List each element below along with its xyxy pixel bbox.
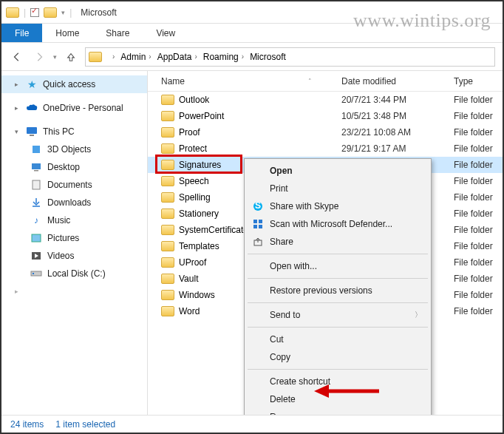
file-name: Protect xyxy=(179,143,207,154)
sidebar-item-3d-objects[interactable]: 3D Objects xyxy=(1,140,147,158)
context-menu: Open Print SShare with Skype Scan with M… xyxy=(244,158,432,434)
context-separator xyxy=(248,369,428,370)
sidebar-item-network[interactable]: ▸ xyxy=(1,282,147,300)
drive-icon xyxy=(30,268,43,279)
sidebar-onedrive[interactable]: ▸ OneDrive - Personal xyxy=(1,99,147,117)
path-box[interactable]: › Admin› AppData› Roaming› Microsoft xyxy=(85,47,495,67)
column-type[interactable]: Type xyxy=(454,76,503,87)
sidebar-quick-access[interactable]: ▸ ★ Quick access xyxy=(1,75,147,93)
svg-rect-5 xyxy=(33,180,40,189)
sidebar-item-label: This PC xyxy=(43,126,75,137)
breadcrumb[interactable]: Microsoft xyxy=(247,52,289,62)
svg-rect-4 xyxy=(34,170,38,172)
file-type: File folder xyxy=(454,208,503,219)
chevron-right-icon: › xyxy=(112,52,115,61)
sidebar-item-documents[interactable]: Documents xyxy=(1,176,147,194)
home-tab[interactable]: Home xyxy=(42,24,92,42)
file-tab[interactable]: File xyxy=(1,24,42,42)
folder-icon xyxy=(161,176,174,186)
file-row[interactable]: Outlook20/7/21 3:44 PMFile folder xyxy=(148,92,503,108)
folder-icon xyxy=(161,95,174,105)
star-icon: ★ xyxy=(25,78,38,90)
column-date[interactable]: Date modified xyxy=(341,76,454,87)
file-type: File folder xyxy=(454,241,503,251)
context-print[interactable]: Print xyxy=(246,180,429,197)
onedrive-icon xyxy=(25,102,38,114)
window-title: Microsoft xyxy=(81,7,117,18)
status-selection-count[interactable]: 1 item selected xyxy=(55,419,115,430)
file-name: Stationery xyxy=(179,208,219,219)
up-button[interactable] xyxy=(63,49,79,65)
folder-icon xyxy=(161,127,174,138)
file-name: Windows xyxy=(179,290,215,300)
breadcrumb[interactable]: AppData› xyxy=(154,52,200,62)
status-item-count[interactable]: 24 items xyxy=(10,419,44,430)
context-share[interactable]: Share xyxy=(246,233,429,251)
svg-rect-15 xyxy=(253,225,257,228)
svg-rect-16 xyxy=(259,225,262,228)
breadcrumb[interactable]: Roaming› xyxy=(200,52,247,62)
context-restore[interactable]: Restore previous versions xyxy=(246,282,429,299)
checkbox-icon[interactable] xyxy=(30,8,39,17)
folder-icon xyxy=(161,160,174,170)
file-name: Signatures xyxy=(179,160,221,170)
sidebar-item-downloads[interactable]: Downloads xyxy=(1,194,147,211)
file-type: File folder xyxy=(454,143,503,154)
folder-icon xyxy=(161,192,174,203)
breadcrumb[interactable]: Admin› xyxy=(118,52,154,62)
sidebar-item-label: 3D Objects xyxy=(47,144,91,155)
column-headers: Name ˄ Date modified Type xyxy=(148,71,503,92)
navigation-pane: ▸ ★ Quick access ▸ OneDrive - Personal ▾… xyxy=(1,71,148,415)
back-button[interactable] xyxy=(9,49,25,65)
file-name: Proof xyxy=(179,127,200,138)
context-share-skype[interactable]: SShare with Skype xyxy=(246,197,429,215)
context-delete[interactable]: Delete xyxy=(246,390,429,408)
sidebar-item-label: Quick access xyxy=(43,79,95,89)
file-row[interactable]: Proof23/2/21 10:08 AMFile folder xyxy=(148,124,503,140)
file-name: Word xyxy=(179,306,200,316)
context-send-to[interactable]: Send to〉 xyxy=(246,306,429,324)
sidebar-item-videos[interactable]: Videos xyxy=(1,247,147,265)
sidebar-item-desktop[interactable]: Desktop xyxy=(1,158,147,176)
file-row[interactable]: Protect29/1/21 9:17 AMFile folder xyxy=(148,140,503,157)
svg-rect-3 xyxy=(32,163,41,169)
file-type: File folder xyxy=(454,127,503,138)
context-cut[interactable]: Cut xyxy=(246,330,429,348)
file-row[interactable]: PowerPoint10/5/21 3:48 PMFile folder xyxy=(148,108,503,124)
qat-separator: | xyxy=(24,7,26,18)
file-date: 20/7/21 3:44 PM xyxy=(341,95,454,105)
breadcrumb-sep[interactable]: › xyxy=(106,52,118,61)
file-type: File folder xyxy=(454,111,503,121)
recent-dropdown-icon[interactable]: ▾ xyxy=(53,53,57,61)
context-copy[interactable]: Copy xyxy=(246,348,429,366)
file-name: SystemCertificates xyxy=(179,225,253,235)
sidebar-item-local-disk[interactable]: Local Disk (C:) xyxy=(1,265,147,282)
context-defender[interactable]: Scan with Microsoft Defender... xyxy=(246,215,429,233)
column-name[interactable]: Name ˄ xyxy=(148,76,341,87)
folder-icon xyxy=(6,7,19,18)
folder-icon xyxy=(44,7,57,18)
sidebar-item-pictures[interactable]: Pictures xyxy=(1,229,147,247)
defender-icon xyxy=(252,218,264,230)
sidebar-this-pc[interactable]: ▾ This PC xyxy=(1,123,147,140)
context-open[interactable]: Open xyxy=(246,162,429,180)
view-tab[interactable]: View xyxy=(143,24,188,42)
sidebar-item-music[interactable]: ♪Music xyxy=(1,211,147,229)
context-create-shortcut[interactable]: Create shortcut xyxy=(246,373,429,390)
file-name: Vault xyxy=(179,274,198,284)
share-tab[interactable]: Share xyxy=(92,24,143,42)
svg-rect-10 xyxy=(33,273,34,274)
chevron-right-icon: ▸ xyxy=(15,81,21,88)
quick-access-toolbar: | ▾ | xyxy=(6,7,72,18)
folder-icon xyxy=(161,225,174,235)
file-name: Speech xyxy=(179,176,209,186)
file-name: Templates xyxy=(179,241,219,251)
forward-button[interactable] xyxy=(31,49,47,65)
file-date: 23/2/21 10:08 AM xyxy=(341,127,454,138)
file-name: UProof xyxy=(179,257,206,268)
file-date: 10/5/21 3:48 PM xyxy=(341,111,454,121)
context-open-with[interactable]: Open with... xyxy=(246,257,429,275)
title-bar: | ▾ | Microsoft xyxy=(1,1,503,24)
context-separator xyxy=(248,254,428,254)
qat-dropdown-icon[interactable]: ▾ xyxy=(61,9,65,16)
